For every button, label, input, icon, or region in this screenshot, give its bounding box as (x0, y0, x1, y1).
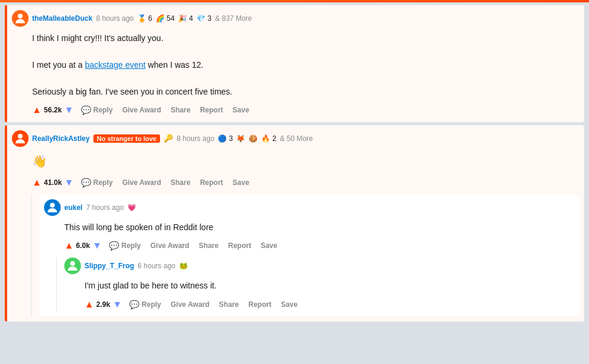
award-3a: 💗 (127, 203, 136, 212)
svg-point-2 (50, 203, 55, 208)
save-button-1[interactable]: Save (230, 103, 252, 117)
reply-button-1[interactable]: 💬 Reply (79, 103, 115, 117)
share-button-1[interactable]: Share (168, 103, 193, 117)
nested-comment-slippy: Slippy_T_Frog 6 hours ago 🐸 I'm just gla… (56, 258, 574, 311)
award-1d: 💎 3 (196, 14, 211, 23)
comment-header-3: eukel 7 hours ago 💗 (44, 199, 574, 216)
backstage-event-link[interactable]: backstage event (85, 60, 146, 70)
timestamp-2: 8 hours ago (177, 134, 214, 143)
vote-count-2: 41.0k (44, 178, 62, 187)
nested-comment-eukel: eukel 7 hours ago 💗 This will long be sp… (31, 194, 579, 316)
award-1b: 🌈 54 (156, 14, 175, 23)
award-1a: 🏅 6 (137, 14, 152, 23)
vote-section-4: ▲ 2.9k ▼ (84, 299, 122, 310)
vote-count-3: 6.0k (76, 241, 90, 250)
give-award-button-1[interactable]: Give Award (120, 103, 163, 117)
share-button-3[interactable]: Share (196, 239, 221, 252)
reply-button-2[interactable]: 💬 Reply (79, 175, 115, 190)
flair-2: No stranger to love (93, 134, 160, 143)
award-2d: 🔥 2 (261, 134, 276, 143)
more-awards-2: & 50 More (280, 134, 312, 143)
avatar-4 (64, 258, 81, 274)
nested-comment-inner-eukel: eukel 7 hours ago 💗 This will long be sp… (39, 194, 579, 316)
report-button-1[interactable]: Report (198, 103, 225, 117)
save-button-2[interactable]: Save (230, 176, 252, 189)
comment-body-1: I think I might cry!!! It's actually you… (12, 32, 579, 103)
comment-actions-4: ▲ 2.9k ▼ 💬 Reply Give Award Share (64, 297, 574, 312)
comment-actions-1: ▲ 56.2k ▼ 💬 Reply Give Award Share Repor… (12, 103, 579, 117)
more-awards-1: & 837 More (215, 14, 252, 23)
give-award-button-2[interactable]: Give Award (120, 176, 163, 189)
timestamp-3: 7 hours ago (86, 203, 124, 212)
comment-actions-3: ▲ 6.0k ▼ 💬 Reply Give Award Share (44, 239, 574, 253)
comment-header-1: theMalleableDuck 8 hours ago 🏅 6 🌈 54 🎉 … (12, 10, 579, 27)
reply-button-3[interactable]: 💬 Reply (106, 239, 143, 253)
username-2[interactable]: ReallyRickAstley (32, 134, 90, 143)
vote-section-1: ▲ 56.2k ▼ (32, 105, 74, 115)
comment-body-3: This will long be spoken of in Reddit lo… (44, 221, 574, 239)
save-button-3[interactable]: Save (258, 239, 280, 252)
report-button-3[interactable]: Report (225, 239, 253, 252)
award-2c: 🍪 (249, 134, 258, 143)
username-3[interactable]: eukel (64, 203, 83, 212)
downvote-1[interactable]: ▼ (64, 105, 74, 115)
award-2b: 🦊 (236, 134, 245, 143)
comment-body-2: 👋 (12, 152, 579, 175)
report-button-4[interactable]: Report (246, 298, 274, 311)
reply-icon-1: 💬 (81, 105, 91, 115)
upvote-3[interactable]: ▲ (64, 240, 74, 251)
comments-section: theMalleableDuck 8 hours ago 🏅 6 🌈 54 🎉 … (0, 0, 589, 322)
award-4a: 🐸 (179, 262, 188, 270)
wave-emoji: 👋 (32, 155, 47, 168)
reply-button-4[interactable]: 💬 Reply (127, 297, 164, 312)
comment-actions-2: ▲ 41.0k ▼ 💬 Reply Give Award Share Repor… (12, 175, 579, 190)
comment-header-2: ReallyRickAstley No stranger to love 🔑 8… (12, 130, 579, 147)
vote-count-1: 56.2k (44, 106, 62, 114)
comment-body-4: I'm just glad to be here to witness it. (64, 279, 574, 297)
vote-section-2: ▲ 41.0k ▼ (32, 177, 74, 188)
reply-icon-3: 💬 (109, 241, 119, 250)
reply-icon-4: 💬 (129, 300, 139, 309)
svg-point-1 (18, 134, 23, 139)
give-award-button-3[interactable]: Give Award (148, 239, 192, 252)
username-1[interactable]: theMalleableDuck (32, 14, 92, 23)
upvote-2[interactable]: ▲ (32, 177, 42, 188)
award-1c: 🎉 4 (178, 14, 193, 23)
award-2a: 🔵 3 (218, 134, 233, 143)
username-4[interactable]: Slippy_T_Frog (84, 262, 134, 270)
save-button-4[interactable]: Save (278, 298, 300, 311)
avatar-2 (12, 130, 29, 147)
downvote-3[interactable]: ▼ (92, 240, 102, 251)
reply-icon-2: 💬 (81, 178, 91, 187)
upvote-4[interactable]: ▲ (84, 299, 94, 310)
comment-card-2: ReallyRickAstley No stranger to love 🔑 8… (5, 125, 584, 322)
timestamp-1: 8 hours ago (96, 14, 133, 23)
avatar-3 (44, 199, 61, 216)
avatar-1 (12, 10, 29, 27)
flair-icon-2: 🔑 (164, 134, 173, 143)
svg-point-3 (70, 261, 75, 266)
vote-section-3: ▲ 6.0k ▼ (64, 240, 102, 251)
give-award-button-4[interactable]: Give Award (168, 298, 212, 311)
top-strip (0, 0, 589, 2)
timestamp-4: 6 hours ago (137, 262, 175, 270)
downvote-2[interactable]: ▼ (64, 177, 74, 188)
share-button-4[interactable]: Share (217, 298, 241, 311)
comment-card-1: theMalleableDuck 8 hours ago 🏅 6 🌈 54 🎉 … (5, 5, 584, 123)
upvote-1[interactable]: ▲ (32, 105, 42, 115)
report-button-2[interactable]: Report (198, 176, 225, 189)
share-button-2[interactable]: Share (168, 176, 193, 189)
downvote-4[interactable]: ▼ (112, 299, 122, 310)
comment-header-4: Slippy_T_Frog 6 hours ago 🐸 (64, 258, 574, 274)
vote-count-4: 2.9k (96, 300, 110, 309)
svg-point-0 (18, 14, 23, 18)
